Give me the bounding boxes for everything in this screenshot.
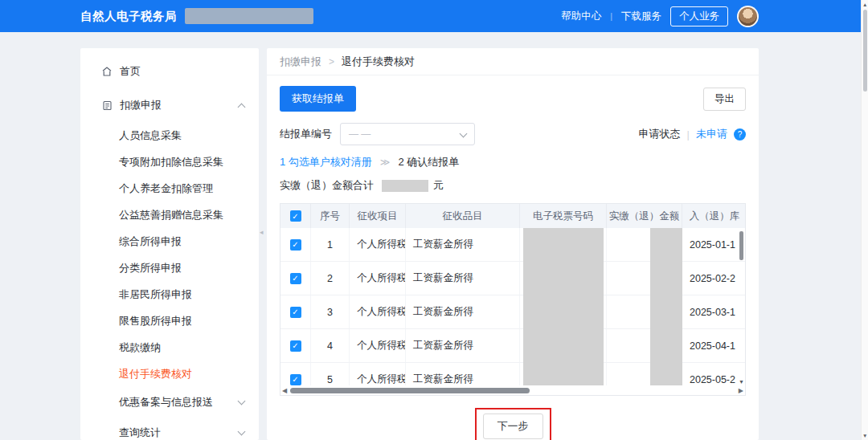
home-icon: [101, 66, 113, 77]
sidebar-item-退付手续费核对[interactable]: 退付手续费核对: [80, 361, 259, 387]
table-body-viewport: 1 个人所得税 工资薪金所得 2025-01-1 2 个人所得税 工资薪金所得 …: [280, 228, 745, 385]
chevron-down-icon: [238, 428, 246, 436]
form-icon: [101, 100, 113, 111]
personal-business-button[interactable]: 个人业务: [670, 6, 728, 26]
column-header-no: 序号: [311, 204, 350, 228]
redacted-total-amount: [382, 180, 428, 192]
sidebar-item-限售股所得申报[interactable]: 限售股所得申报: [80, 308, 259, 334]
download-service-link[interactable]: 下载服务: [621, 10, 661, 23]
sidebar-item-label: 首页: [120, 64, 141, 79]
cell-tax-item: 个人所得税: [350, 329, 406, 362]
apply-status-label: 申请状态: [639, 127, 681, 141]
report-no-select[interactable]: — —: [340, 123, 475, 145]
sidebar-item-preference[interactable]: 优惠备案与信息报送: [80, 387, 259, 418]
user-avatar[interactable]: [737, 6, 759, 27]
table-header: 序号 征收项目 征收品目 电子税票号码 实缴（退）金额 入（退）库: [280, 204, 745, 228]
cell-tax-category: 工资薪金所得: [406, 295, 520, 328]
cell-tax-category: 工资薪金所得: [406, 228, 520, 261]
report-no-placeholder: — —: [349, 128, 371, 140]
sidebar-collapse-icon[interactable]: [260, 228, 264, 236]
sidebar-item-公益慈善捐赠信息采集[interactable]: 公益慈善捐赠信息采集: [80, 202, 259, 228]
cell-no: 3: [311, 295, 350, 328]
breadcrumb-separator: >: [329, 56, 334, 67]
redacted-region-name: [185, 8, 313, 24]
row-checkbox[interactable]: [290, 307, 301, 318]
cell-tax-item: 个人所得税: [350, 295, 406, 328]
row-checkbox[interactable]: [290, 239, 301, 251]
total-amount-label: 实缴（退）金额合计: [280, 178, 374, 193]
redacted-amounts: [650, 228, 682, 385]
withholding-submenu: 人员信息采集 专项附加扣除信息采集 个人养老金扣除管理 公益慈善捐赠信息采集 综…: [80, 122, 259, 387]
export-button[interactable]: 导出: [703, 88, 746, 111]
sidebar-item-个人养老金扣除管理[interactable]: 个人养老金扣除管理: [80, 175, 259, 202]
row-checkbox[interactable]: [290, 273, 301, 284]
wizard-steps: 1 勾选单户核对清册 ≫ 2 确认结报单: [280, 155, 746, 169]
scroll-right-icon[interactable]: [739, 387, 743, 394]
sidebar-item-label: 优惠备案与信息报送: [119, 395, 213, 409]
column-header-date: 入（退）库: [682, 204, 747, 228]
sidebar-item-withholding[interactable]: 扣缴申报: [80, 88, 259, 122]
fetch-settlement-button[interactable]: 获取结报单: [280, 86, 356, 112]
sidebar-item-税款缴纳[interactable]: 税款缴纳: [80, 334, 259, 361]
header-divider: |: [610, 11, 612, 21]
next-step-button[interactable]: 下一步: [483, 414, 543, 439]
table-horizontal-scrollbar-thumb[interactable]: [290, 388, 530, 393]
sidebar-item-home[interactable]: 首页: [80, 55, 259, 88]
redacted-ticket-numbers: [523, 228, 604, 385]
column-header-amount: 实缴（退）金额: [607, 204, 682, 228]
select-all-checkbox[interactable]: [290, 210, 301, 222]
cell-tax-category: 工资薪金所得: [406, 262, 520, 295]
sidebar-item-label: 扣缴申报: [120, 98, 162, 112]
sidebar-item-综合所得申报[interactable]: 综合所得申报: [80, 228, 259, 255]
step-separator-icon: ≫: [380, 157, 391, 168]
cell-date: 2025-04-1: [682, 329, 745, 362]
total-amount-row: 实缴（退）金额合计 元: [280, 178, 746, 193]
settlement-table: 序号 征收项目 征收品目 电子税票号码 实缴（退）金额 入（退）库 1 个人所得…: [280, 203, 746, 396]
scroll-up-icon[interactable]: [862, 2, 867, 7]
annotation-highlight: 下一步: [475, 408, 551, 440]
app-title: 自然人电子税务局: [80, 9, 177, 24]
cell-date: 2025-01-1: [682, 228, 745, 261]
cell-no: 5: [311, 363, 350, 385]
report-no-label: 结报单编号: [280, 127, 332, 141]
help-center-link[interactable]: 帮助中心: [561, 10, 601, 23]
chevron-up-icon: [238, 103, 246, 111]
column-header-ticket: 电子税票号码: [520, 204, 607, 228]
row-checkbox[interactable]: [290, 340, 301, 352]
cell-tax-category: 工资薪金所得: [406, 363, 520, 385]
cell-tax-category: 工资薪金所得: [406, 329, 520, 362]
browser-scrollbar[interactable]: [861, 0, 868, 440]
breadcrumb-parent[interactable]: 扣缴申报: [280, 55, 321, 69]
sidebar-item-非居民所得申报[interactable]: 非居民所得申报: [80, 281, 259, 308]
table-scroll-down-icon[interactable]: [739, 379, 744, 385]
top-header: 自然人电子税务局 帮助中心 | 下载服务 个人业务: [0, 0, 861, 32]
table-vertical-scrollbar-thumb[interactable]: [739, 231, 743, 260]
sidebar-item-query[interactable]: 查询统计: [80, 418, 259, 440]
cell-date: 2025-05-2: [682, 363, 745, 385]
step-2[interactable]: 2 确认结报单: [398, 155, 459, 169]
cell-no: 4: [311, 329, 350, 362]
page-title: 退付手续费核对: [342, 55, 415, 69]
cell-no: 1: [311, 228, 350, 261]
scroll-down-icon[interactable]: [862, 433, 867, 438]
question-circle-icon[interactable]: [734, 128, 746, 141]
cell-tax-item: 个人所得税: [350, 262, 406, 295]
total-amount-unit: 元: [433, 178, 444, 193]
sidebar-item-分类所得申报[interactable]: 分类所得申报: [80, 255, 259, 281]
main-panel: 扣缴申报 > 退付手续费核对 获取结报单 导出 结报单编号 — — 申请状态 |…: [267, 48, 759, 440]
cell-tax-item: 个人所得税: [350, 363, 406, 385]
browser-scrollbar-thumb[interactable]: [863, 10, 867, 92]
toolbar: 获取结报单 导出: [280, 86, 746, 112]
filter-row: 结报单编号 — — 申请状态 | 未申请: [280, 123, 746, 145]
row-checkbox[interactable]: [290, 374, 301, 385]
scroll-left-icon[interactable]: [282, 387, 287, 394]
cell-date: 2025-02-2: [682, 262, 745, 295]
sidebar-item-专项附加扣除信息采集[interactable]: 专项附加扣除信息采集: [80, 149, 259, 175]
cell-tax-item: 个人所得税: [350, 228, 406, 261]
footer-actions: 下一步: [280, 408, 746, 440]
breadcrumb: 扣缴申报 > 退付手续费核对: [267, 48, 759, 75]
chevron-down-icon: [460, 130, 468, 138]
chevron-down-icon: [238, 397, 246, 405]
sidebar-item-人员信息采集[interactable]: 人员信息采集: [80, 122, 259, 149]
step-1[interactable]: 1 勾选单户核对清册: [280, 155, 372, 169]
